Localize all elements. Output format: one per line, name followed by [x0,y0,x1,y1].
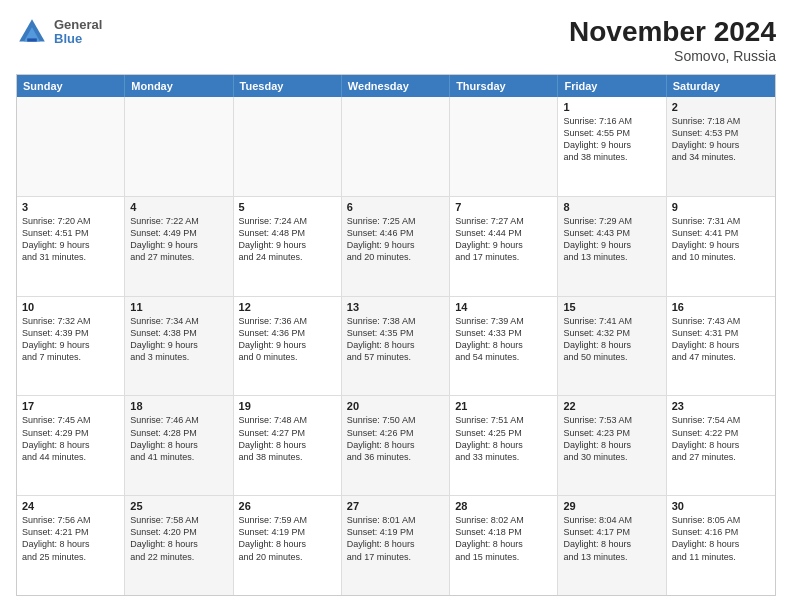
day-number: 11 [130,301,227,313]
calendar-cell: 13Sunrise: 7:38 AM Sunset: 4:35 PM Dayli… [342,297,450,396]
day-number: 16 [672,301,770,313]
calendar-cell [125,97,233,196]
day-number: 2 [672,101,770,113]
day-number: 10 [22,301,119,313]
cell-info: Sunrise: 7:25 AM Sunset: 4:46 PM Dayligh… [347,215,444,264]
calendar-cell: 14Sunrise: 7:39 AM Sunset: 4:33 PM Dayli… [450,297,558,396]
calendar-cell: 17Sunrise: 7:45 AM Sunset: 4:29 PM Dayli… [17,396,125,495]
calendar-cell: 2Sunrise: 7:18 AM Sunset: 4:53 PM Daylig… [667,97,775,196]
cell-info: Sunrise: 7:58 AM Sunset: 4:20 PM Dayligh… [130,514,227,563]
cell-info: Sunrise: 8:05 AM Sunset: 4:16 PM Dayligh… [672,514,770,563]
calendar-cell: 27Sunrise: 8:01 AM Sunset: 4:19 PM Dayli… [342,496,450,595]
cell-info: Sunrise: 7:22 AM Sunset: 4:49 PM Dayligh… [130,215,227,264]
day-number: 14 [455,301,552,313]
day-number: 9 [672,201,770,213]
cell-info: Sunrise: 7:16 AM Sunset: 4:55 PM Dayligh… [563,115,660,164]
calendar-cell: 7Sunrise: 7:27 AM Sunset: 4:44 PM Daylig… [450,197,558,296]
calendar-row: 1Sunrise: 7:16 AM Sunset: 4:55 PM Daylig… [17,97,775,196]
calendar-header: SundayMondayTuesdayWednesdayThursdayFrid… [17,75,775,97]
cell-info: Sunrise: 7:36 AM Sunset: 4:36 PM Dayligh… [239,315,336,364]
cell-info: Sunrise: 7:24 AM Sunset: 4:48 PM Dayligh… [239,215,336,264]
day-number: 22 [563,400,660,412]
day-number: 25 [130,500,227,512]
page-subtitle: Somovo, Russia [569,48,776,64]
calendar-cell [234,97,342,196]
day-number: 12 [239,301,336,313]
calendar-cell: 15Sunrise: 7:41 AM Sunset: 4:32 PM Dayli… [558,297,666,396]
cell-info: Sunrise: 7:18 AM Sunset: 4:53 PM Dayligh… [672,115,770,164]
calendar-cell [17,97,125,196]
cell-info: Sunrise: 7:38 AM Sunset: 4:35 PM Dayligh… [347,315,444,364]
cell-info: Sunrise: 8:04 AM Sunset: 4:17 PM Dayligh… [563,514,660,563]
weekday-header: Sunday [17,75,125,97]
calendar-row: 10Sunrise: 7:32 AM Sunset: 4:39 PM Dayli… [17,296,775,396]
day-number: 15 [563,301,660,313]
logo-text: General Blue [54,18,102,47]
page-title: November 2024 [569,16,776,48]
logo: General Blue [16,16,102,48]
day-number: 30 [672,500,770,512]
calendar-cell: 11Sunrise: 7:34 AM Sunset: 4:38 PM Dayli… [125,297,233,396]
cell-info: Sunrise: 7:34 AM Sunset: 4:38 PM Dayligh… [130,315,227,364]
day-number: 21 [455,400,552,412]
calendar: SundayMondayTuesdayWednesdayThursdayFrid… [16,74,776,596]
logo-line1: General [54,18,102,32]
weekday-header: Thursday [450,75,558,97]
calendar-cell: 18Sunrise: 7:46 AM Sunset: 4:28 PM Dayli… [125,396,233,495]
calendar-row: 17Sunrise: 7:45 AM Sunset: 4:29 PM Dayli… [17,395,775,495]
title-block: November 2024 Somovo, Russia [569,16,776,64]
weekday-header: Saturday [667,75,775,97]
day-number: 26 [239,500,336,512]
calendar-cell: 19Sunrise: 7:48 AM Sunset: 4:27 PM Dayli… [234,396,342,495]
day-number: 3 [22,201,119,213]
day-number: 18 [130,400,227,412]
calendar-cell: 1Sunrise: 7:16 AM Sunset: 4:55 PM Daylig… [558,97,666,196]
calendar-cell: 22Sunrise: 7:53 AM Sunset: 4:23 PM Dayli… [558,396,666,495]
calendar-cell: 9Sunrise: 7:31 AM Sunset: 4:41 PM Daylig… [667,197,775,296]
header: General Blue November 2024 Somovo, Russi… [16,16,776,64]
calendar-cell: 26Sunrise: 7:59 AM Sunset: 4:19 PM Dayli… [234,496,342,595]
weekday-header: Wednesday [342,75,450,97]
calendar-cell: 16Sunrise: 7:43 AM Sunset: 4:31 PM Dayli… [667,297,775,396]
day-number: 8 [563,201,660,213]
calendar-cell: 8Sunrise: 7:29 AM Sunset: 4:43 PM Daylig… [558,197,666,296]
day-number: 13 [347,301,444,313]
day-number: 7 [455,201,552,213]
day-number: 5 [239,201,336,213]
cell-info: Sunrise: 7:27 AM Sunset: 4:44 PM Dayligh… [455,215,552,264]
day-number: 28 [455,500,552,512]
cell-info: Sunrise: 7:51 AM Sunset: 4:25 PM Dayligh… [455,414,552,463]
calendar-row: 3Sunrise: 7:20 AM Sunset: 4:51 PM Daylig… [17,196,775,296]
calendar-cell: 21Sunrise: 7:51 AM Sunset: 4:25 PM Dayli… [450,396,558,495]
cell-info: Sunrise: 7:29 AM Sunset: 4:43 PM Dayligh… [563,215,660,264]
weekday-header: Friday [558,75,666,97]
day-number: 27 [347,500,444,512]
day-number: 19 [239,400,336,412]
calendar-cell: 6Sunrise: 7:25 AM Sunset: 4:46 PM Daylig… [342,197,450,296]
cell-info: Sunrise: 7:20 AM Sunset: 4:51 PM Dayligh… [22,215,119,264]
calendar-cell: 29Sunrise: 8:04 AM Sunset: 4:17 PM Dayli… [558,496,666,595]
cell-info: Sunrise: 7:53 AM Sunset: 4:23 PM Dayligh… [563,414,660,463]
svg-rect-2 [27,38,37,41]
calendar-cell: 23Sunrise: 7:54 AM Sunset: 4:22 PM Dayli… [667,396,775,495]
cell-info: Sunrise: 8:02 AM Sunset: 4:18 PM Dayligh… [455,514,552,563]
logo-line2: Blue [54,32,102,46]
day-number: 1 [563,101,660,113]
weekday-header: Tuesday [234,75,342,97]
day-number: 4 [130,201,227,213]
calendar-cell [450,97,558,196]
cell-info: Sunrise: 7:32 AM Sunset: 4:39 PM Dayligh… [22,315,119,364]
day-number: 20 [347,400,444,412]
logo-icon [16,16,48,48]
day-number: 29 [563,500,660,512]
cell-info: Sunrise: 7:43 AM Sunset: 4:31 PM Dayligh… [672,315,770,364]
calendar-cell: 30Sunrise: 8:05 AM Sunset: 4:16 PM Dayli… [667,496,775,595]
cell-info: Sunrise: 7:56 AM Sunset: 4:21 PM Dayligh… [22,514,119,563]
day-number: 6 [347,201,444,213]
cell-info: Sunrise: 7:31 AM Sunset: 4:41 PM Dayligh… [672,215,770,264]
page: General Blue November 2024 Somovo, Russi… [0,0,792,612]
calendar-cell: 10Sunrise: 7:32 AM Sunset: 4:39 PM Dayli… [17,297,125,396]
calendar-cell [342,97,450,196]
weekday-header: Monday [125,75,233,97]
cell-info: Sunrise: 7:50 AM Sunset: 4:26 PM Dayligh… [347,414,444,463]
